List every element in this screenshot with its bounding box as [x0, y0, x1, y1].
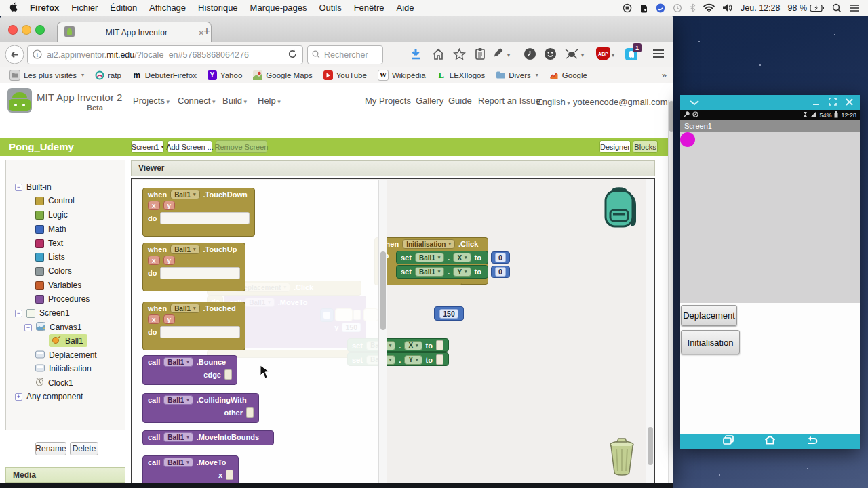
- component-dropdown[interactable]: Ball1: [163, 458, 193, 467]
- bookmark-ratp[interactable]: ratp: [90, 70, 127, 80]
- page-scrollbar[interactable]: [668, 100, 673, 488]
- emulator-fullscreen-icon[interactable]: [829, 96, 837, 108]
- tree-screen1[interactable]: −Screen1: [15, 307, 70, 319]
- clipboard-icon[interactable]: [475, 47, 486, 63]
- collapse-icon[interactable]: −: [24, 324, 32, 331]
- component-dropdown[interactable]: Ball1: [415, 267, 444, 277]
- component-dropdown[interactable]: Ball1: [163, 395, 193, 405]
- bookmark-lexilogos[interactable]: L LEXIlogos: [431, 70, 490, 80]
- bookmark-google[interactable]: Google: [544, 70, 593, 80]
- new-tab-button[interactable]: +: [203, 24, 210, 38]
- add-screen-button[interactable]: Add Screen ...: [167, 140, 212, 153]
- blue-app-icon[interactable]: [656, 3, 665, 13]
- menubar-item-affichage[interactable]: Affichage: [143, 3, 192, 13]
- remove-screen-button[interactable]: Remove Screen: [216, 140, 267, 153]
- apple-menu-icon[interactable]: [0, 2, 24, 14]
- menubar-item-fenetre[interactable]: Fenêtre: [348, 3, 391, 13]
- menu-help[interactable]: Help: [258, 96, 281, 106]
- recent-apps-icon[interactable]: [723, 435, 734, 447]
- menu-connect[interactable]: Connect: [178, 96, 215, 106]
- drawer-call-ball1-bounce[interactable]: callBall1.Bounce edge: [142, 355, 237, 385]
- download-icon[interactable]: [410, 48, 421, 63]
- forum-smiley-icon[interactable]: [544, 47, 557, 63]
- component-dropdown[interactable]: Ball1: [163, 432, 193, 442]
- tab-mit-app-inventor[interactable]: MIT App Inventor ✕: [57, 22, 212, 43]
- drawer-when-ball1-touchdown[interactable]: whenBall1.TouchDown xy do: [142, 188, 255, 237]
- page-scrollbar-thumb[interactable]: [669, 101, 673, 132]
- wifi-icon[interactable]: [703, 3, 715, 12]
- url-bar[interactable]: i ai2.appinventor.mit.edu/?locale=en#576…: [27, 45, 303, 64]
- close-window-button[interactable]: [8, 25, 18, 35]
- menubar-item-marque-pages[interactable]: Marque-pages: [244, 3, 313, 13]
- number-0-block[interactable]: 0: [491, 251, 510, 264]
- emulator-ball-sprite[interactable]: [680, 132, 695, 147]
- eyedropper-caret-icon[interactable]: ▾: [507, 52, 510, 58]
- link-guide[interactable]: Guide: [448, 96, 472, 106]
- home-nav-icon[interactable]: [764, 435, 776, 447]
- plugin-caret-icon[interactable]: ▾: [581, 52, 584, 58]
- delete-button[interactable]: Delete: [70, 442, 98, 455]
- language-select[interactable]: English: [536, 97, 570, 107]
- designer-toggle-button[interactable]: Designer: [599, 140, 631, 153]
- tree-clock1[interactable]: Clock1: [35, 377, 73, 389]
- emulator-canvas[interactable]: [680, 132, 860, 303]
- search-bar[interactable]: Rechercher: [307, 45, 383, 64]
- tree-any-component[interactable]: +Any component: [15, 390, 83, 403]
- emulator-titlebar[interactable]: [680, 95, 860, 110]
- property-dropdown[interactable]: X: [404, 341, 422, 350]
- hamburger-menu-icon[interactable]: [652, 48, 665, 62]
- emulator-deplacement-button[interactable]: Deplacement: [681, 305, 737, 326]
- emulator-initialisation-button[interactable]: Initialisation: [681, 330, 740, 354]
- link-report-an-issue[interactable]: Report an Issue: [478, 96, 540, 106]
- set-ball1-y-block[interactable]: setBall1.Yto: [396, 265, 488, 279]
- eyedropper-icon[interactable]: [492, 47, 505, 62]
- property-dropdown[interactable]: Y: [453, 267, 471, 277]
- viewer-vscrollbar-thumb[interactable]: [648, 427, 653, 465]
- chevron-down-icon[interactable]: [690, 96, 699, 108]
- volume-icon[interactable]: [722, 3, 733, 12]
- home-icon[interactable]: [432, 48, 445, 63]
- screen-selector[interactable]: Screen1▾: [131, 140, 164, 153]
- drawer-when-ball1-touched[interactable]: whenBall1.Touched xy do: [142, 302, 245, 350]
- backpack-icon[interactable]: [601, 184, 641, 235]
- plugin-fly-icon[interactable]: [565, 48, 578, 62]
- component-dropdown[interactable]: Ball1: [163, 357, 193, 367]
- tree-control[interactable]: Control: [35, 195, 75, 207]
- emulator-close-icon[interactable]: [846, 96, 853, 108]
- reload-icon[interactable]: [288, 49, 297, 60]
- tree-procedures[interactable]: Procedures: [35, 293, 90, 305]
- bookmark-debuterfirefox[interactable]: m DébuterFirefox: [127, 70, 202, 80]
- spotlight-icon[interactable]: [832, 3, 842, 13]
- viewer-vscrollbar[interactable]: [646, 179, 655, 488]
- tree-builtin[interactable]: −Built-in: [15, 181, 52, 193]
- blocks-toggle-button[interactable]: Blocks: [633, 140, 658, 153]
- tree-lists[interactable]: Lists: [35, 251, 65, 263]
- adblock-plus-icon[interactable]: ABP: [596, 47, 610, 60]
- tree-math[interactable]: Math: [35, 223, 66, 235]
- drawer-call-ball1-moveintobounds[interactable]: callBall1.MoveIntoBounds: [142, 430, 274, 445]
- back-nav-icon[interactable]: [806, 435, 818, 447]
- number-150-block[interactable]: 150: [434, 306, 464, 321]
- set-ball1-x-block[interactable]: setBall1.Xto: [396, 251, 488, 264]
- blocks-viewer[interactable]: whenDeplacement.Click do callBall1.MoveT…: [131, 178, 655, 488]
- drawer-call-ball1-collidingwith[interactable]: callBall1.CollidingWith other: [142, 393, 259, 423]
- bookmark-google-maps[interactable]: Google Maps: [248, 70, 317, 80]
- property-dropdown[interactable]: X: [453, 253, 471, 262]
- bookmark-divers-folder[interactable]: Divers ▾: [490, 70, 544, 80]
- menubar-item-edition[interactable]: Édition: [104, 3, 143, 13]
- bookmarks-overflow-chevron[interactable]: »: [662, 70, 667, 80]
- screen-record-icon[interactable]: [623, 3, 632, 13]
- component-dropdown[interactable]: Initialisation: [402, 239, 455, 249]
- site-info-icon[interactable]: i: [33, 49, 42, 61]
- account-menu[interactable]: yoteencode@gmail.com: [573, 97, 673, 107]
- flyout-scrollbar-thumb[interactable]: [380, 251, 386, 330]
- component-dropdown[interactable]: Ball1: [170, 245, 199, 254]
- bookmark-les-plus-visites[interactable]: Les plus visités ▾: [4, 70, 90, 81]
- zoom-window-button[interactable]: [35, 25, 45, 35]
- menu-projects[interactable]: Projects: [133, 96, 170, 106]
- collapse-icon[interactable]: −: [15, 310, 22, 317]
- component-dropdown[interactable]: Ball1: [415, 253, 444, 262]
- tree-canvas1[interactable]: −Canvas1: [24, 321, 81, 333]
- menubar-item-firefox[interactable]: Firefox: [24, 3, 65, 13]
- notification-center-icon[interactable]: [849, 4, 860, 12]
